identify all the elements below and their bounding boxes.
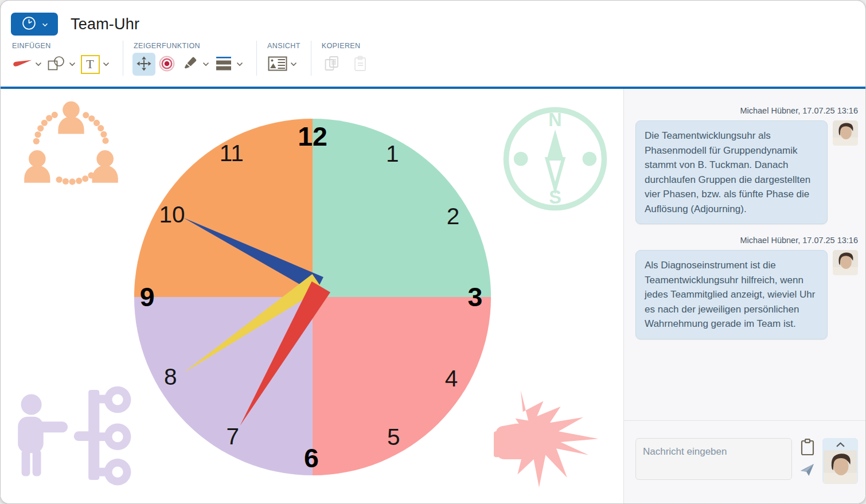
chevron-down-icon[interactable] — [102, 62, 112, 67]
clock-number-3: 3 — [468, 282, 483, 312]
chevron-up-icon[interactable] — [836, 439, 845, 450]
paste-icon — [352, 55, 369, 74]
quadrant-bottom-right — [313, 297, 491, 475]
clock-number-2: 2 — [447, 203, 460, 229]
svg-text:N: N — [548, 110, 561, 130]
layout-view-button[interactable] — [266, 53, 289, 76]
clock-number-1: 1 — [386, 140, 399, 167]
compass-icon: N S — [501, 104, 610, 213]
message-bubble: Die Teamentwicklungsuhr als Phasenmodell… — [635, 120, 828, 224]
clock-number-7: 7 — [227, 423, 240, 450]
conflict-fist-icon — [494, 388, 602, 489]
copy-icon — [323, 55, 341, 74]
chat-message: Michael Hübner, 17.07.25 13:16 Als Diagn… — [635, 236, 858, 339]
avatar — [824, 450, 857, 484]
clock-number-11: 11 — [220, 140, 244, 166]
send-plane-icon — [799, 463, 815, 479]
chat-sidebar: Michael Hübner, 17.07.25 13:16 Die Teame… — [623, 89, 865, 503]
chevron-down-icon[interactable] — [201, 62, 212, 67]
move-tool-button[interactable] — [132, 53, 155, 76]
chevron-down-icon[interactable] — [68, 62, 79, 67]
clock-number-8: 8 — [164, 364, 177, 390]
shapes-icon — [47, 56, 65, 73]
clock-number-6: 6 — [304, 443, 319, 473]
insert-text-button[interactable]: T — [79, 53, 102, 76]
team-clock[interactable]: 1 2 3 4 5 6 7 8 9 10 11 12 — [131, 116, 494, 478]
insert-shape-button[interactable] — [45, 53, 68, 76]
line-style-icon — [215, 56, 232, 73]
title-bar: Team-Uhr — [1, 1, 865, 38]
toolbar-group-kopieren: KOPIEREN — [321, 41, 383, 76]
marker-tool-button[interactable] — [178, 53, 201, 76]
attach-clipboard-button[interactable] — [801, 439, 814, 458]
main-area: N S — [1, 89, 865, 503]
layout-view-icon — [268, 56, 287, 73]
avatar — [833, 120, 858, 146]
composer-actions — [799, 438, 815, 503]
app-window: Team-Uhr EINFÜGEN — [0, 0, 866, 504]
presenter-diagram-icon — [15, 379, 137, 495]
message-author-timestamp: Michael Hübner, 17.07.25 13:16 — [635, 236, 858, 245]
toolbar-group-label: ANSICHT — [267, 42, 301, 50]
clipboard-icon — [801, 439, 814, 458]
clock-number-4: 4 — [445, 365, 458, 392]
message-author-timestamp: Michael Hübner, 17.07.25 13:16 — [635, 106, 858, 115]
copy-button[interactable] — [321, 53, 344, 76]
chevron-down-icon[interactable] — [34, 62, 45, 67]
line-style-button[interactable] — [212, 53, 235, 76]
chevron-down-icon[interactable] — [289, 62, 300, 67]
app-menu-button[interactable] — [11, 13, 58, 36]
user-avatar-panel[interactable] — [822, 438, 858, 484]
toolbar-group-einfuegen: EINFÜGEN — [11, 41, 123, 76]
page-title: Team-Uhr — [71, 15, 139, 33]
top-bar: Team-Uhr EINFÜGEN — [1, 1, 865, 87]
toolbar-group-ansicht: ANSICHT — [266, 41, 311, 76]
toolbar-group-label: KOPIEREN — [322, 42, 372, 50]
send-button[interactable] — [799, 463, 815, 479]
avatar — [833, 250, 858, 275]
chat-message: Michael Hübner, 17.07.25 13:16 Die Teame… — [635, 106, 858, 224]
move-arrows-icon — [136, 56, 152, 73]
message-input[interactable] — [635, 438, 792, 480]
target-icon — [158, 55, 175, 74]
insert-pointer-button[interactable] — [11, 53, 34, 76]
toolbar-group-label: ZEIGERFUNKTION — [134, 42, 246, 50]
clock-number-12: 12 — [298, 122, 327, 151]
toolbar-group-label: EINFÜGEN — [12, 42, 112, 50]
whiteboard-canvas[interactable]: N S — [1, 89, 623, 503]
message-bubble: Als Diagnoseinstrument ist die Teamentwi… — [635, 250, 828, 339]
clock-number-5: 5 — [387, 424, 400, 450]
team-circle-icon — [21, 97, 121, 199]
quadrant-top-right — [313, 119, 491, 297]
toolbar: EINFÜGEN — [1, 38, 865, 76]
clock-number-9: 9 — [140, 282, 155, 312]
chevron-down-icon — [42, 20, 48, 29]
text-tool-icon: T — [81, 55, 100, 74]
marker-pen-icon — [182, 56, 198, 73]
chevron-down-icon[interactable] — [235, 62, 246, 67]
chat-message-list: Michael Hübner, 17.07.25 13:16 Die Teame… — [624, 89, 865, 420]
quadrant-bottom-left — [134, 297, 313, 475]
paste-button[interactable] — [349, 53, 372, 76]
target-tool-button[interactable] — [155, 53, 178, 76]
toolbar-group-zeigerfunktion: ZEIGERFUNKTION — [132, 41, 257, 76]
clock-icon — [21, 15, 37, 33]
red-pointer-icon — [11, 58, 33, 71]
message-composer — [624, 420, 865, 503]
clock-number-10: 10 — [159, 201, 185, 228]
